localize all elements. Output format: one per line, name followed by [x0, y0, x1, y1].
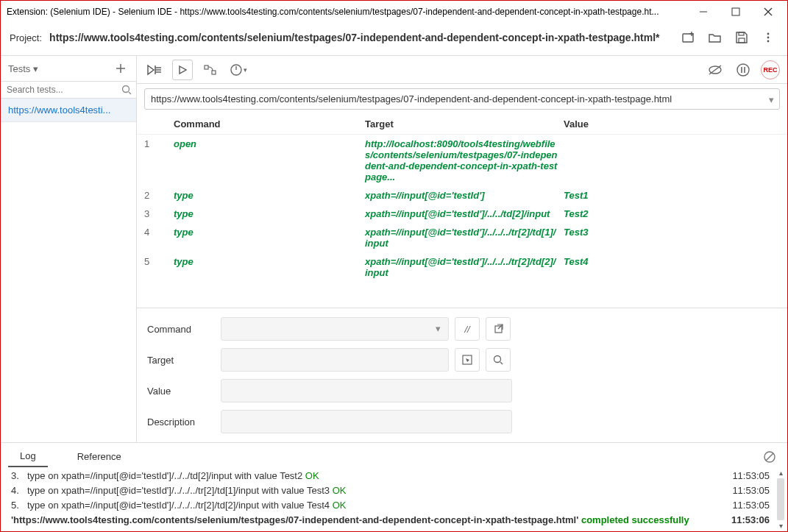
search-icon [121, 85, 132, 95]
clear-log-button[interactable] [759, 447, 780, 467]
command-row[interactable]: 4typexpath=//input[@id='testId']/../../.… [137, 223, 787, 252]
chevron-down-icon: ▾ [33, 63, 38, 74]
more-menu-button[interactable] [758, 27, 778, 48]
scroll-thumb[interactable] [777, 478, 784, 520]
command-grid[interactable]: 1openhttp://localhost:8090/tools4testing… [137, 135, 787, 308]
open-project-button[interactable] [705, 27, 725, 48]
add-test-button[interactable] [113, 60, 129, 77]
log-final-message: 'https://www.tools4testing.com/contents/… [11, 514, 731, 525]
open-reference-button[interactable] [486, 317, 511, 341]
command-row[interactable]: 1openhttp://localhost:8090/tools4testing… [137, 135, 787, 186]
editor-panel: ▾ REC ▾ Command Target Value 1openhttp:/… [137, 56, 787, 442]
svg-line-36 [500, 362, 503, 364]
svg-marker-21 [180, 66, 186, 74]
toggle-command-button[interactable]: // [455, 317, 480, 341]
log-index: 3. [11, 470, 27, 481]
command-row[interactable]: 5typexpath=//input[@id='testId']/../../.… [137, 252, 787, 282]
target-input[interactable] [221, 348, 449, 372]
svg-rect-23 [212, 71, 216, 74]
select-target-button[interactable] [455, 348, 480, 372]
tab-reference[interactable]: Reference [65, 447, 133, 467]
log-final: 'https://www.tools4testing.com/contents/… [11, 514, 783, 525]
command-form: Command // Target Value Description [137, 308, 787, 442]
header-command: Command [174, 118, 365, 130]
project-label: Project: [10, 32, 42, 43]
pause-button[interactable] [733, 60, 753, 80]
minimize-button[interactable] [690, 1, 717, 22]
log-index: 4. [11, 485, 27, 496]
disable-breakpoints-button[interactable] [705, 60, 725, 80]
svg-point-9 [767, 33, 770, 35]
value-input[interactable] [221, 379, 512, 402]
header-target: Target [365, 118, 564, 130]
project-actions [678, 27, 778, 48]
scroll-down-icon[interactable]: ▾ [779, 522, 783, 530]
svg-point-14 [123, 86, 129, 93]
scroll-up-icon[interactable]: ▴ [779, 469, 783, 477]
description-label: Description [147, 416, 213, 428]
chevron-down-icon: ▾ [244, 66, 247, 74]
window-controls [690, 1, 781, 22]
svg-rect-22 [205, 65, 208, 69]
close-button[interactable] [755, 1, 781, 22]
log-tabs: Log Reference [1, 443, 787, 467]
svg-marker-16 [148, 65, 154, 74]
speed-button[interactable]: ▾ [228, 60, 249, 80]
tab-log[interactable]: Log [8, 446, 48, 467]
svg-rect-8 [739, 32, 744, 35]
command-row[interactable]: 3typexpath=//input[@id='testId']/../../t… [137, 205, 787, 223]
project-name: https://www.tools4testing.com/contents/s… [49, 31, 671, 44]
log-panel: Log Reference ▴ ▾ 3.type on xpath=//inpu… [1, 442, 787, 531]
window-title: Extension: (Selenium IDE) - Selenium IDE… [7, 7, 690, 17]
log-row: 3.type on xpath=//input[@id='testId']/..… [11, 470, 783, 481]
command-row[interactable]: 2typexpath=//input[@id='testId']Test1 [137, 186, 787, 205]
row-number: 1 [144, 138, 174, 149]
tests-sidebar: Tests ▾ https://www.tools4testi... [1, 56, 137, 442]
run-all-button[interactable] [144, 60, 165, 80]
description-input[interactable] [221, 410, 512, 433]
command-select[interactable] [221, 317, 449, 341]
svg-line-15 [129, 92, 131, 94]
run-current-button[interactable] [172, 60, 193, 80]
row-target: xpath=//input[@id='testId']/../../td[2]/… [365, 208, 564, 219]
editor-toolbar: ▾ REC [137, 56, 787, 84]
row-number: 3 [144, 208, 174, 219]
find-target-button[interactable] [486, 348, 511, 372]
base-url-input[interactable] [144, 88, 780, 110]
row-number: 5 [144, 256, 174, 267]
target-label: Target [147, 355, 213, 366]
row-value: Test4 [564, 256, 780, 267]
row-command: type [174, 190, 365, 201]
svg-point-28 [737, 64, 749, 76]
search-tests-input[interactable] [7, 85, 117, 95]
maximize-button[interactable] [723, 1, 749, 22]
tests-header-label: Tests [8, 63, 30, 74]
svg-point-35 [494, 356, 501, 363]
tests-header: Tests ▾ [1, 56, 136, 82]
record-button[interactable]: REC [761, 60, 780, 79]
window-titlebar: Extension: (Selenium IDE) - Selenium IDE… [1, 1, 787, 23]
command-grid-header: Command Target Value [137, 114, 787, 135]
row-target: xpath=//input[@id='testId']/../../../tr[… [365, 256, 564, 278]
log-message: type on xpath=//input[@id='testId']/../.… [27, 500, 731, 511]
row-value: Test1 [564, 190, 780, 201]
svg-rect-7 [739, 38, 745, 43]
log-index: 5. [11, 500, 27, 511]
row-number: 4 [144, 227, 174, 238]
log-body: ▴ ▾ 3.type on xpath=//input[@id='testId'… [1, 467, 787, 531]
header-value: Value [564, 118, 780, 130]
row-target: xpath=//input[@id='testId']/../../../tr[… [365, 227, 564, 249]
log-scrollbar[interactable]: ▴ ▾ [775, 469, 786, 530]
svg-point-11 [767, 40, 770, 43]
command-label: Command [147, 324, 213, 335]
row-command: type [174, 208, 365, 219]
svg-marker-34 [466, 358, 469, 362]
row-target: xpath=//input[@id='testId'] [365, 190, 564, 201]
new-project-button[interactable] [678, 27, 699, 48]
test-item[interactable]: https://www.tools4testi... [1, 99, 136, 122]
main-area: Tests ▾ https://www.tools4testi... ▾ REC… [1, 56, 787, 442]
step-button[interactable] [200, 60, 221, 80]
tests-dropdown[interactable]: Tests ▾ [8, 63, 113, 74]
save-project-button[interactable] [731, 27, 752, 48]
project-header: Project: https://www.tools4testing.com/c… [1, 23, 787, 56]
